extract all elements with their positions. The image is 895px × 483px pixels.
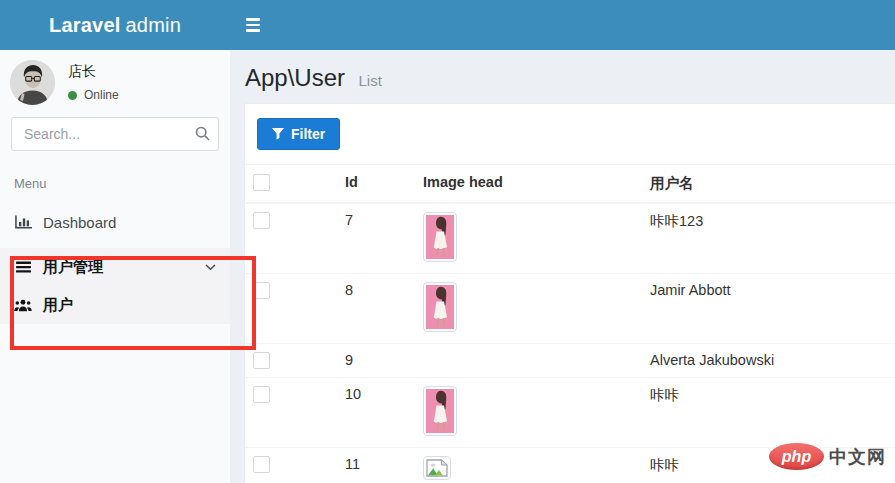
bar-chart-icon xyxy=(14,215,32,229)
search-submit-button[interactable] xyxy=(195,126,210,141)
sidebar-item-label: 用户 xyxy=(43,296,73,315)
users-icon xyxy=(14,299,32,312)
row-checkbox[interactable] xyxy=(253,282,270,299)
chevron-down-icon xyxy=(205,264,216,271)
row-checkbox[interactable] xyxy=(253,352,270,369)
users-table: Id Image head 用户名 7 xyxy=(245,164,895,483)
online-status-icon xyxy=(68,91,77,100)
page-title: App\User xyxy=(245,64,345,91)
filter-button[interactable]: Filter xyxy=(257,118,340,150)
content-header: App\User List xyxy=(230,50,895,103)
sidebar-menu: Dashboard 用户管理 xyxy=(0,200,230,324)
brand-logo[interactable]: Laravel admin xyxy=(0,0,230,50)
cell-id: 11 xyxy=(337,448,415,483)
table-row: 9 Alverta Jakubowski xyxy=(245,344,895,378)
column-header-username: 用户名 xyxy=(642,165,895,204)
watermark-text: 中文网 xyxy=(829,445,886,469)
menu-header: Menu xyxy=(0,151,230,191)
row-checkbox[interactable] xyxy=(253,386,270,403)
sidebar-item-users[interactable]: 用户 xyxy=(0,286,230,324)
broken-image-icon[interactable] xyxy=(423,456,451,480)
sidebar-treeview-user-management: 用户管理 xyxy=(0,248,230,324)
php-badge-icon: php xyxy=(769,443,824,470)
top-navbar: Laravel admin xyxy=(0,0,895,50)
cell-image-empty xyxy=(415,344,642,378)
status-label: Online xyxy=(84,88,119,102)
table-row: 10 xyxy=(245,378,895,448)
table-header-row: Id Image head 用户名 xyxy=(245,165,895,204)
brand-rest: admin xyxy=(125,14,180,37)
main-content: App\User List Filter Id Image he xyxy=(230,50,895,483)
column-header-image: Image head xyxy=(415,165,642,204)
cell-id: 8 xyxy=(337,274,415,344)
row-checkbox[interactable] xyxy=(253,212,270,229)
sidebar-item-user-management[interactable]: 用户管理 xyxy=(0,248,230,286)
user-panel: 店长 Online xyxy=(0,50,230,113)
sidebar-item-dashboard[interactable]: Dashboard xyxy=(0,200,230,244)
bars-icon xyxy=(14,261,32,273)
cell-username: Jamir Abbott xyxy=(642,274,895,344)
grid-toolbar: Filter xyxy=(245,104,895,164)
table-row: 7 咔 xyxy=(245,203,895,274)
hamburger-icon xyxy=(246,18,260,31)
cell-id: 10 xyxy=(337,378,415,448)
photo-thumbnail[interactable] xyxy=(423,212,457,262)
sidebar-toggle-button[interactable] xyxy=(230,0,276,50)
cell-id: 9 xyxy=(337,344,415,378)
page-subtitle: List xyxy=(359,72,382,89)
row-checkbox[interactable] xyxy=(253,456,270,473)
brand-bold: Laravel xyxy=(49,14,120,37)
photo-thumbnail[interactable] xyxy=(423,386,457,436)
select-all-checkbox[interactable] xyxy=(253,174,270,191)
filter-button-label: Filter xyxy=(291,126,325,142)
search-icon xyxy=(195,126,210,141)
site-watermark: php 中文网 xyxy=(769,443,886,470)
user-status[interactable]: Online xyxy=(68,88,119,102)
sidebar-item-label: 用户管理 xyxy=(43,258,103,277)
funnel-icon xyxy=(272,128,284,140)
table-row: 8 J xyxy=(245,274,895,344)
photo-thumbnail[interactable] xyxy=(423,282,457,332)
cell-id: 7 xyxy=(337,203,415,274)
cell-username: 咔咔 xyxy=(642,378,895,448)
search-input[interactable] xyxy=(11,117,219,151)
user-name: 店长 xyxy=(68,63,119,81)
avatar-image xyxy=(10,60,55,105)
cell-username: Alverta Jakubowski xyxy=(642,344,895,378)
cell-username: 咔咔123 xyxy=(642,203,895,274)
avatar[interactable] xyxy=(10,60,55,105)
grid-card: Filter Id Image head 用户名 7 xyxy=(245,103,895,483)
column-header-id: Id xyxy=(337,165,415,204)
sidebar: 店长 Online Menu xyxy=(0,50,230,483)
sidebar-search xyxy=(11,117,219,151)
sidebar-item-label: Dashboard xyxy=(43,214,116,231)
